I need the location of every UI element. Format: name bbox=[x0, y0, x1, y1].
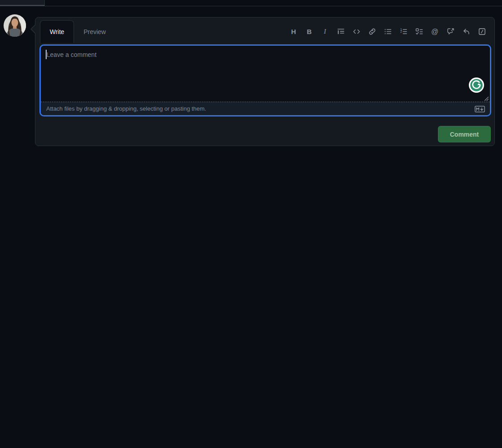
text-cursor bbox=[46, 50, 47, 59]
tab-write[interactable]: Write bbox=[40, 20, 74, 43]
markdown-icon[interactable] bbox=[475, 105, 485, 112]
user-avatar[interactable] bbox=[4, 14, 26, 37]
comment-textarea[interactable] bbox=[41, 46, 490, 102]
unordered-list-icon[interactable] bbox=[381, 25, 395, 39]
slash-commands-icon[interactable] bbox=[475, 25, 489, 39]
avatar-photo bbox=[4, 14, 26, 37]
tab-preview[interactable]: Preview bbox=[74, 20, 115, 43]
cross-reference-icon[interactable] bbox=[443, 25, 458, 39]
svg-text:2: 2 bbox=[400, 30, 402, 33]
tab-preview-label: Preview bbox=[83, 28, 106, 35]
grammarly-icon[interactable] bbox=[469, 78, 484, 93]
markdown-toolbar: H B I bbox=[286, 20, 490, 43]
top-divider-segment bbox=[0, 0, 45, 6]
heading-icon[interactable]: H bbox=[286, 25, 301, 39]
link-icon[interactable] bbox=[365, 25, 379, 39]
tasklist-icon[interactable] bbox=[412, 25, 426, 39]
reply-icon[interactable] bbox=[459, 25, 473, 39]
comment-form-card: Write Preview H B I bbox=[35, 17, 495, 146]
quote-icon[interactable] bbox=[333, 25, 348, 39]
attach-files-hint: Attach files by dragging & dropping, sel… bbox=[46, 105, 206, 112]
italic-icon[interactable]: I bbox=[318, 25, 332, 39]
attach-files-area[interactable]: Attach files by dragging & dropping, sel… bbox=[41, 102, 490, 115]
tab-write-label: Write bbox=[50, 28, 64, 35]
code-icon[interactable] bbox=[349, 25, 364, 39]
numbered-list-icon[interactable]: 1 2 bbox=[396, 25, 411, 39]
comment-header: Write Preview H B I bbox=[35, 17, 494, 43]
bold-icon[interactable]: B bbox=[302, 25, 316, 39]
mention-icon[interactable]: @ bbox=[428, 25, 442, 39]
comment-editor: Attach files by dragging & dropping, sel… bbox=[39, 44, 491, 116]
comment-actions: Comment bbox=[438, 126, 491, 142]
comment-button[interactable]: Comment bbox=[438, 126, 491, 142]
top-divider bbox=[0, 0, 502, 6]
